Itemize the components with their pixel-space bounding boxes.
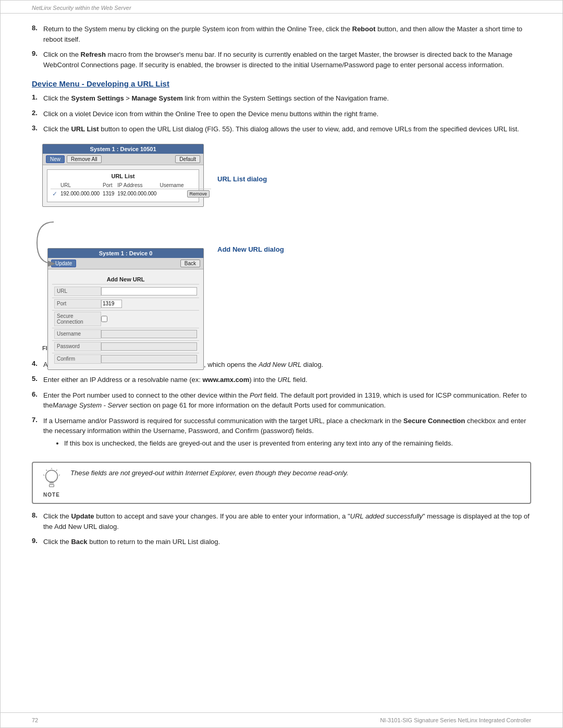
row-check: ✓: [51, 189, 59, 199]
list-item: 3. Click the URL List button to open the…: [32, 124, 531, 134]
add-new-url-label: Add New URL dialog: [217, 245, 284, 253]
input-confirm[interactable]: [101, 355, 197, 363]
svg-line-9: [43, 475, 44, 475]
page-number: 72: [32, 717, 38, 723]
list-text: Click the Update button to accept and sa…: [43, 511, 531, 532]
page-footer: 72 NI-3101-SIG Signature Series NetLinx …: [1, 712, 562, 727]
items-8-9-b: 8. Click the Update button to accept and…: [32, 511, 531, 547]
table-row: ✓ 192.000.000.000 1319 192.000.000.000 R…: [51, 189, 211, 199]
list-item: 7. If a Username and/or Password is requ…: [32, 416, 531, 453]
list-num: 1.: [32, 93, 43, 101]
col-header: [51, 182, 59, 189]
input-port[interactable]: [101, 300, 122, 308]
list-text: Enter the Port number used to connect to…: [43, 390, 531, 411]
form-row-confirm: Confirm: [52, 354, 199, 364]
list-item: 5. Enter either an IP Address or a resol…: [32, 375, 531, 385]
list-item: 9. Click on the Refresh macro from the b…: [32, 50, 531, 70]
list-num: 2.: [32, 109, 43, 117]
url-list-titlebar: System 1 : Device 10501: [43, 144, 203, 154]
svg-line-7: [59, 475, 60, 475]
label-secure: Secure Connection: [54, 312, 101, 326]
back-button[interactable]: Back: [180, 260, 200, 267]
form-row-username: Username: [52, 329, 199, 339]
svg-point-0: [46, 470, 58, 482]
list-num: 9.: [32, 537, 43, 545]
note-box: NOTE These fields are not greyed-out wit…: [32, 462, 531, 504]
col-ip: IP Address: [116, 182, 158, 189]
figure-labels: URL List dialog Add New URL dialog: [217, 144, 284, 316]
list-num: 6.: [32, 390, 43, 398]
label-confirm: Confirm: [54, 354, 101, 364]
list-num: 5.: [32, 375, 43, 382]
label-username: Username: [54, 329, 101, 339]
default-button[interactable]: Default: [175, 155, 200, 163]
intro-list: 8. Return to the System menu by clicking…: [32, 24, 531, 70]
input-url[interactable]: [101, 287, 197, 295]
url-list-toolbar: New Remove All Default: [43, 154, 203, 165]
section-list: 1. Click the System Settings > Manage Sy…: [32, 93, 531, 134]
list-num: 4.: [32, 360, 43, 367]
page-container: NetLinx Security within the Web Server 8…: [0, 0, 563, 728]
list-item: 2. Click on a violet Device icon from wi…: [32, 109, 531, 119]
svg-line-8: [46, 470, 47, 471]
label-url: URL: [54, 287, 101, 296]
figure-dialogs: System 1 : Device 10501 New Remove All D…: [32, 144, 209, 342]
add-url-dialog: System 1 : Device 0 Update Back Add New …: [47, 248, 204, 370]
list-text: Click on a violet Device icon from withi…: [43, 109, 531, 119]
note-icon: NOTE: [40, 468, 63, 498]
bullet-list: If this box is unchecked, the fields are…: [43, 438, 531, 449]
list-item: 6. Enter the Port number used to connect…: [32, 390, 531, 411]
col-url: URL: [59, 182, 101, 189]
list-item: 8. Return to the System menu by clicking…: [32, 24, 531, 44]
add-url-titlebar: System 1 : Device 0: [48, 249, 203, 258]
row-remove[interactable]: Remove: [186, 189, 212, 199]
url-list-label: URL List dialog: [217, 175, 284, 183]
col-port: Port: [101, 182, 116, 189]
list-text: Click the Back button to return to the m…: [43, 537, 531, 547]
row-username: [158, 189, 185, 199]
url-list-content: URL List URL Port IP Address Username: [43, 165, 203, 206]
form-row-secure: Secure Connection: [52, 312, 199, 326]
list-text: Return to the System menu by clicking on…: [43, 24, 531, 44]
label-port: Port: [54, 299, 101, 309]
input-username[interactable]: [101, 330, 197, 338]
product-name: NI-3101-SIG Signature Series NetLinx Int…: [380, 717, 531, 723]
checkbox-secure[interactable]: [101, 316, 107, 322]
add-url-content: Add New URL URL Port: [48, 269, 203, 369]
form-row-url: URL: [52, 287, 199, 296]
list-num: 8.: [32, 511, 43, 519]
url-list-inner: URL List URL Port IP Address Username: [47, 169, 199, 202]
col-action: [186, 182, 212, 189]
header-text: NetLinx Security within the Web Server: [32, 5, 131, 11]
main-content: 8. Return to the System menu by clicking…: [1, 14, 562, 588]
new-button[interactable]: New: [46, 155, 65, 163]
list-item: 8. Click the Update button to accept and…: [32, 511, 531, 532]
list-item: 1. Click the System Settings > Manage Sy…: [32, 93, 531, 104]
remove-button[interactable]: Remove: [187, 190, 210, 198]
page-header: NetLinx Security within the Web Server: [1, 1, 562, 14]
col-username: Username: [158, 182, 185, 189]
row-ip: 192.000.000.000: [116, 189, 158, 199]
url-list-dialog: System 1 : Device 10501 New Remove All D…: [42, 144, 204, 207]
url-list-title: URL List: [51, 173, 195, 179]
list-item: 9. Click the Back button to return to th…: [32, 537, 531, 547]
form-row-password: Password: [52, 342, 199, 351]
list-text: Click the URL List button to open the UR…: [43, 124, 531, 134]
list-num: 8.: [32, 24, 43, 32]
section-heading: Device Menu - Developing a URL List: [32, 79, 531, 88]
list-text: Click the System Settings > Manage Syste…: [43, 93, 531, 104]
list-num: 7.: [32, 416, 43, 424]
svg-line-6: [56, 470, 57, 471]
svg-rect-4: [50, 485, 54, 487]
note-label: NOTE: [43, 492, 60, 498]
input-password[interactable]: [101, 342, 197, 351]
remove-all-button[interactable]: Remove All: [67, 155, 102, 163]
arrow-svg: [33, 217, 59, 269]
arrow-connector: [33, 217, 59, 270]
list-num: 3.: [32, 124, 43, 132]
note-text: These fields are not greyed-out within I…: [70, 468, 523, 478]
row-port: 1319: [101, 189, 116, 199]
url-table: URL Port IP Address Username: [51, 182, 211, 199]
list-num: 9.: [32, 50, 43, 57]
bullet-item: If this box is unchecked, the fields are…: [64, 438, 531, 449]
